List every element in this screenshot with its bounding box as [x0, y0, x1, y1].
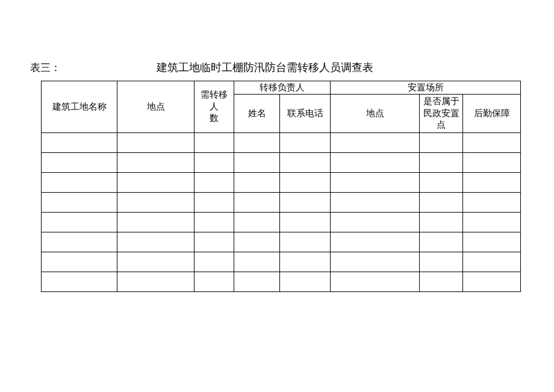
survey-table: 建筑工地名称 地点 需转移人数 转移负责人 安置场所 姓名 联系电话 地点 是否… — [41, 81, 521, 292]
cell-people_count — [195, 172, 234, 192]
col-site-name: 建筑工地名称 — [42, 81, 117, 133]
cell-location — [117, 252, 195, 272]
col-transfer-name: 姓名 — [234, 95, 280, 133]
cell-site_name — [42, 272, 117, 291]
cell-settle_location — [331, 212, 420, 232]
cell-settle_location — [331, 132, 420, 152]
cell-location — [117, 152, 195, 172]
table-row — [42, 172, 521, 192]
cell-location — [117, 132, 195, 152]
page-title: 建筑工地临时工棚防汛防台需转移人员调查表 — [157, 60, 373, 75]
cell-settle_civil — [420, 132, 463, 152]
cell-people_count — [195, 232, 234, 252]
cell-site_name — [42, 192, 117, 212]
cell-transfer_name — [234, 212, 280, 232]
table-body — [42, 132, 521, 291]
col-group-settle: 安置场所 — [331, 81, 521, 95]
cell-settle_logistics — [463, 172, 521, 192]
cell-transfer_phone — [280, 212, 331, 232]
cell-settle_civil — [420, 172, 463, 192]
cell-location — [117, 272, 195, 291]
cell-transfer_name — [234, 172, 280, 192]
cell-people_count — [195, 192, 234, 212]
cell-settle_civil — [420, 212, 463, 232]
cell-people_count — [195, 272, 234, 291]
cell-transfer_name — [234, 272, 280, 291]
cell-location — [117, 232, 195, 252]
col-settle-civil: 是否属于民政安置点 — [420, 95, 463, 133]
cell-site_name — [42, 172, 117, 192]
cell-transfer_phone — [280, 152, 331, 172]
cell-transfer_phone — [280, 232, 331, 252]
cell-settle_civil — [420, 192, 463, 212]
col-transfer-phone: 联系电话 — [280, 95, 331, 133]
cell-people_count — [195, 212, 234, 232]
table-row — [42, 132, 521, 152]
cell-settle_location — [331, 192, 420, 212]
cell-location — [117, 172, 195, 192]
cell-settle_civil — [420, 232, 463, 252]
heading-row: 表三： 建筑工地临时工棚防汛防台需转移人员调查表 — [30, 60, 524, 75]
cell-transfer_phone — [280, 272, 331, 291]
cell-people_count — [195, 152, 234, 172]
document-page: 表三： 建筑工地临时工棚防汛防台需转移人员调查表 建筑工地名称 地点 需转移人数… — [0, 0, 554, 292]
cell-location — [117, 212, 195, 232]
col-location: 地点 — [117, 81, 195, 133]
cell-location — [117, 192, 195, 212]
cell-settle_logistics — [463, 232, 521, 252]
cell-transfer_name — [234, 152, 280, 172]
cell-transfer_phone — [280, 172, 331, 192]
cell-transfer_name — [234, 132, 280, 152]
table-row — [42, 192, 521, 212]
cell-settle_location — [331, 232, 420, 252]
col-settle-logistics: 后勤保障 — [463, 95, 521, 133]
cell-settle_location — [331, 252, 420, 272]
cell-people_count — [195, 252, 234, 272]
cell-transfer_phone — [280, 192, 331, 212]
cell-settle_location — [331, 272, 420, 291]
cell-site_name — [42, 132, 117, 152]
cell-settle_logistics — [463, 272, 521, 291]
cell-transfer_name — [234, 232, 280, 252]
cell-settle_civil — [420, 152, 463, 172]
col-group-transfer: 转移负责人 — [234, 81, 331, 95]
cell-settle_logistics — [463, 192, 521, 212]
cell-transfer_phone — [280, 252, 331, 272]
table-header: 建筑工地名称 地点 需转移人数 转移负责人 安置场所 姓名 联系电话 地点 是否… — [42, 81, 521, 133]
table-row — [42, 232, 521, 252]
cell-site_name — [42, 152, 117, 172]
cell-settle_logistics — [463, 152, 521, 172]
cell-settle_location — [331, 172, 420, 192]
col-settle-location: 地点 — [331, 95, 420, 133]
table-row — [42, 212, 521, 232]
cell-settle_logistics — [463, 212, 521, 232]
cell-transfer_name — [234, 252, 280, 272]
table-row — [42, 252, 521, 272]
table-row — [42, 272, 521, 291]
cell-settle_logistics — [463, 132, 521, 152]
cell-settle_logistics — [463, 252, 521, 272]
cell-transfer_phone — [280, 132, 331, 152]
cell-people_count — [195, 132, 234, 152]
cell-site_name — [42, 212, 117, 232]
cell-settle_location — [331, 152, 420, 172]
cell-site_name — [42, 252, 117, 272]
cell-settle_civil — [420, 252, 463, 272]
cell-site_name — [42, 232, 117, 252]
cell-transfer_name — [234, 192, 280, 212]
table-row — [42, 152, 521, 172]
cell-settle_civil — [420, 272, 463, 291]
col-people-count: 需转移人数 — [195, 81, 234, 133]
table-number-label: 表三： — [30, 61, 157, 75]
